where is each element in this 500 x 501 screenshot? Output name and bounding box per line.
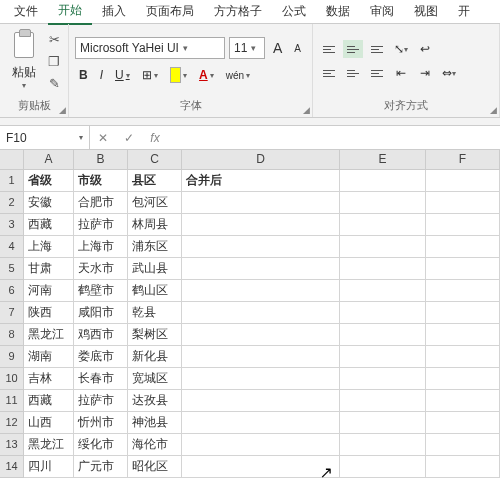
- cell-B13[interactable]: 绥化市: [74, 434, 128, 456]
- row-head-12[interactable]: 12: [0, 412, 24, 434]
- bold-button[interactable]: B: [75, 66, 92, 84]
- cell-F7[interactable]: [426, 302, 500, 324]
- cell-A2[interactable]: 安徽: [24, 192, 74, 214]
- cell-D10[interactable]: [182, 368, 340, 390]
- cell-D9[interactable]: [182, 346, 340, 368]
- col-head-B[interactable]: B: [74, 150, 128, 170]
- italic-button[interactable]: I: [96, 66, 107, 84]
- cell-A7[interactable]: 陕西: [24, 302, 74, 324]
- cell-A14[interactable]: 四川: [24, 456, 74, 478]
- cell-F4[interactable]: [426, 236, 500, 258]
- cell-C7[interactable]: 乾县: [128, 302, 182, 324]
- cell-F2[interactable]: [426, 192, 500, 214]
- cell-E11[interactable]: [340, 390, 426, 412]
- tab-插入[interactable]: 插入: [92, 0, 136, 24]
- tab-公式[interactable]: 公式: [272, 0, 316, 24]
- enter-formula-icon[interactable]: ✓: [116, 131, 142, 145]
- cell-B10[interactable]: 长春市: [74, 368, 128, 390]
- col-head-D[interactable]: D: [182, 150, 340, 170]
- cell-E5[interactable]: [340, 258, 426, 280]
- row-head-8[interactable]: 8: [0, 324, 24, 346]
- font-size-combo[interactable]: 11 ▾: [229, 37, 265, 59]
- chevron-down-icon[interactable]: ▾: [79, 133, 83, 142]
- tab-数据[interactable]: 数据: [316, 0, 360, 24]
- cell-D4[interactable]: [182, 236, 340, 258]
- cell-A9[interactable]: 湖南: [24, 346, 74, 368]
- cell-C8[interactable]: 梨树区: [128, 324, 182, 346]
- cell-A1[interactable]: 省级: [24, 170, 74, 192]
- cell-D14[interactable]: [182, 456, 340, 478]
- cell-E7[interactable]: [340, 302, 426, 324]
- increase-indent-icon[interactable]: ⇥: [415, 64, 435, 82]
- cell-C14[interactable]: 昭化区: [128, 456, 182, 478]
- cell-E2[interactable]: [340, 192, 426, 214]
- paste-dropdown-icon[interactable]: ▾: [22, 81, 26, 90]
- fill-color-button[interactable]: ▾: [166, 65, 191, 85]
- cell-D6[interactable]: [182, 280, 340, 302]
- cell-D2[interactable]: [182, 192, 340, 214]
- cell-F3[interactable]: [426, 214, 500, 236]
- font-launcher-icon[interactable]: ◢: [303, 105, 310, 115]
- row-head-13[interactable]: 13: [0, 434, 24, 456]
- row-head-5[interactable]: 5: [0, 258, 24, 280]
- paste-button[interactable]: 粘贴 ▾: [6, 32, 42, 90]
- cell-B14[interactable]: 广元市: [74, 456, 128, 478]
- cell-E14[interactable]: [340, 456, 426, 478]
- row-head-1[interactable]: 1: [0, 170, 24, 192]
- decrease-font-icon[interactable]: A: [290, 41, 305, 56]
- tab-页面布局[interactable]: 页面布局: [136, 0, 204, 24]
- cell-D1[interactable]: 合并后: [182, 170, 340, 192]
- cell-A6[interactable]: 河南: [24, 280, 74, 302]
- cell-B12[interactable]: 忻州市: [74, 412, 128, 434]
- tab-开始[interactable]: 开始: [48, 0, 92, 25]
- name-box[interactable]: F10 ▾: [0, 126, 90, 149]
- underline-button[interactable]: U▾: [111, 66, 134, 84]
- tab-方方格子[interactable]: 方方格子: [204, 0, 272, 24]
- row-head-9[interactable]: 9: [0, 346, 24, 368]
- copy-icon[interactable]: ❐: [46, 53, 62, 69]
- cell-A5[interactable]: 甘肃: [24, 258, 74, 280]
- cell-E1[interactable]: [340, 170, 426, 192]
- cell-B7[interactable]: 咸阳市: [74, 302, 128, 324]
- cell-B6[interactable]: 鹤壁市: [74, 280, 128, 302]
- row-head-14[interactable]: 14: [0, 456, 24, 478]
- select-all-corner[interactable]: [0, 150, 24, 170]
- cell-A12[interactable]: 山西: [24, 412, 74, 434]
- cell-F10[interactable]: [426, 368, 500, 390]
- phonetic-button[interactable]: wén▾: [222, 68, 254, 83]
- row-head-11[interactable]: 11: [0, 390, 24, 412]
- cell-C6[interactable]: 鹤山区: [128, 280, 182, 302]
- cell-C10[interactable]: 宽城区: [128, 368, 182, 390]
- cell-A4[interactable]: 上海: [24, 236, 74, 258]
- cell-E10[interactable]: [340, 368, 426, 390]
- cell-B3[interactable]: 拉萨市: [74, 214, 128, 236]
- cell-B5[interactable]: 天水市: [74, 258, 128, 280]
- col-head-E[interactable]: E: [340, 150, 426, 170]
- cell-D12[interactable]: [182, 412, 340, 434]
- cell-D13[interactable]: [182, 434, 340, 456]
- cell-C12[interactable]: 神池县: [128, 412, 182, 434]
- cell-F6[interactable]: [426, 280, 500, 302]
- cell-B2[interactable]: 合肥市: [74, 192, 128, 214]
- cell-A13[interactable]: 黑龙江: [24, 434, 74, 456]
- tab-开[interactable]: 开: [448, 0, 480, 24]
- cell-B4[interactable]: 上海市: [74, 236, 128, 258]
- cell-E6[interactable]: [340, 280, 426, 302]
- cell-F13[interactable]: [426, 434, 500, 456]
- cell-E4[interactable]: [340, 236, 426, 258]
- cell-A3[interactable]: 西藏: [24, 214, 74, 236]
- row-head-2[interactable]: 2: [0, 192, 24, 214]
- cell-E12[interactable]: [340, 412, 426, 434]
- row-head-4[interactable]: 4: [0, 236, 24, 258]
- align-bottom-icon[interactable]: [367, 40, 387, 58]
- cell-F11[interactable]: [426, 390, 500, 412]
- cell-C2[interactable]: 包河区: [128, 192, 182, 214]
- row-head-7[interactable]: 7: [0, 302, 24, 324]
- col-head-C[interactable]: C: [128, 150, 182, 170]
- cell-C4[interactable]: 浦东区: [128, 236, 182, 258]
- cell-C9[interactable]: 新化县: [128, 346, 182, 368]
- border-button[interactable]: ⊞▾: [138, 66, 162, 84]
- font-name-combo[interactable]: Microsoft YaHei UI ▾: [75, 37, 225, 59]
- cell-D11[interactable]: [182, 390, 340, 412]
- row-head-10[interactable]: 10: [0, 368, 24, 390]
